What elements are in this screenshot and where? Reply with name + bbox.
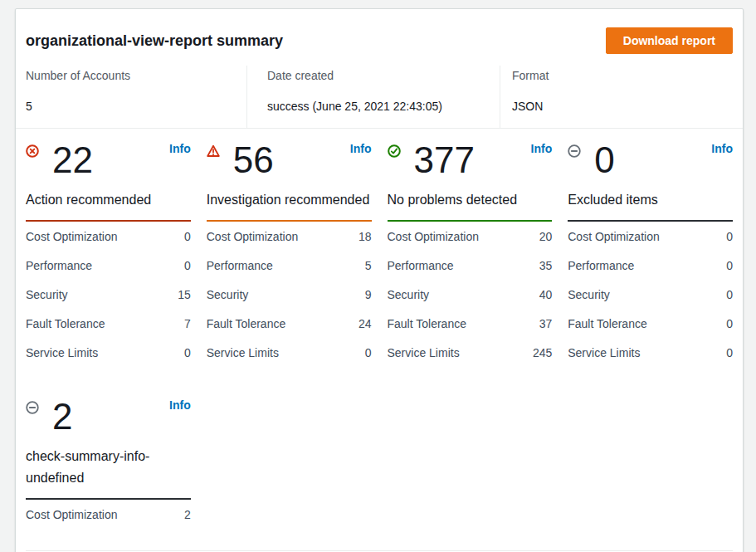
category-label: Cost Optimization [26,230,117,243]
category-row: Cost Optimization0 [26,222,191,251]
report-meta-row: Number of Accounts 5 Date created succes… [16,66,743,129]
card-count: 2 [52,395,72,438]
category-label: Fault Tolerance [568,317,646,330]
category-row: Performance0 [568,251,733,280]
card-top: 56 Info [207,139,372,182]
info-link[interactable]: Info [350,139,372,155]
category-value: 0 [726,259,733,272]
category-row: Fault Tolerance7 [26,309,191,338]
category-label: Performance [568,259,634,272]
excluded-icon [26,401,39,418]
meta-value: JSON [512,100,733,113]
category-value: 9 [365,288,372,301]
excluded-icon [568,144,581,161]
card-top: 2 Info [26,395,191,438]
category-value: 18 [358,230,372,243]
category-label: Cost Optimization [26,508,117,521]
category-label: Fault Tolerance [388,317,466,330]
card-top: 377 Info [388,139,553,182]
category-label: Performance [207,259,273,272]
category-row: Fault Tolerance0 [568,309,733,338]
info-link[interactable]: Info [169,395,191,412]
category-label: Fault Tolerance [207,317,285,330]
category-row: Service Limits0 [207,338,372,367]
page-title: organizational-view-report summary [26,27,283,50]
category-value: 0 [726,346,733,359]
download-report-button[interactable]: Download report [606,27,733,54]
category-row: Security15 [26,280,191,309]
category-label: Performance [388,259,454,272]
category-label: Performance [26,259,92,272]
meta-value: success (June 25, 2021 22:43:05) [267,100,490,113]
category-row: Service Limits0 [568,338,733,367]
card-title: check-summary-info-undefined [26,446,191,500]
warning-icon [207,144,220,161]
category-label: Cost Optimization [388,230,479,243]
card-top: 0 Info [568,139,733,182]
category-label: Service Limits [26,346,98,359]
category-label: Service Limits [388,346,460,359]
category-row: Service Limits245 [388,338,553,367]
category-row: Security40 [388,280,553,309]
card-rows: Cost Optimization0Performance0Security15… [26,222,191,367]
category-label: Security [388,288,430,301]
category-row: Performance5 [207,251,372,280]
category-value: 0 [184,230,191,243]
category-value: 2 [184,508,191,521]
report-summary-panel: organizational-view-report summary Downl… [15,8,744,552]
category-value: 0 [184,346,191,359]
card-rows: Cost Optimization0Performance0Security0F… [568,222,733,367]
meta-label: Number of Accounts [26,69,237,82]
category-value: 245 [533,346,552,359]
category-row: Cost Optimization2 [26,500,191,529]
category-row: Performance0 [26,251,191,280]
meta-value: 5 [26,100,237,113]
card-check-summary-info-undefined: 2 Info check-summary-info-undefined Cost… [26,395,191,529]
card-count: 22 [52,139,93,182]
error-icon [26,144,39,161]
card-rows: Cost Optimization20Performance35Security… [388,222,553,367]
category-label: Fault Tolerance [26,317,105,330]
card-rows: Cost Optimization18Performance5Security9… [207,222,372,367]
category-label: Cost Optimization [568,230,659,243]
card-investigation-recommended: 56 Info Investigation recommended Cost O… [207,139,372,367]
meta-format: Format JSON [500,66,743,128]
card-title: No problems detected [388,189,553,222]
category-row: Fault Tolerance24 [207,309,372,338]
info-link[interactable]: Info [711,139,733,155]
category-label: Cost Optimization [207,230,298,243]
category-label: Service Limits [568,346,640,359]
meta-date-created: Date created success (June 25, 2021 22:4… [246,66,500,128]
category-value: 7 [184,317,191,330]
category-row: Security9 [207,280,372,309]
category-value: 0 [365,346,372,359]
category-row: Performance35 [388,251,553,280]
card-count: 377 [414,139,475,182]
category-label: Service Limits [207,346,279,359]
card-title: Action recommended [26,189,191,222]
card-title: Excluded items [568,189,733,222]
category-row: Security0 [568,280,733,309]
category-value: 37 [539,317,553,330]
category-label: Security [568,288,610,301]
category-value: 20 [539,230,553,243]
card-title: Investigation recommended [207,189,372,222]
category-row: Cost Optimization20 [388,222,553,251]
card-no-problems-detected: 377 Info No problems detected Cost Optim… [388,139,553,367]
meta-label: Date created [267,69,490,82]
card-top: 22 Info [26,139,191,182]
category-value: 5 [365,259,372,272]
card-count: 56 [233,139,274,182]
card-rows: Cost Optimization2 [26,500,191,529]
category-row: Cost Optimization18 [207,222,372,251]
category-value: 15 [178,288,191,301]
category-value: 0 [726,230,733,243]
category-label: Security [26,288,68,301]
success-icon [388,144,401,161]
panel-header: organizational-view-report summary Downl… [16,9,743,54]
category-value: 24 [358,317,372,330]
category-row: Cost Optimization0 [568,222,733,251]
card-action-recommended: 22 Info Action recommended Cost Optimiza… [26,139,191,367]
info-link[interactable]: Info [169,139,191,155]
info-link[interactable]: Info [531,139,553,155]
